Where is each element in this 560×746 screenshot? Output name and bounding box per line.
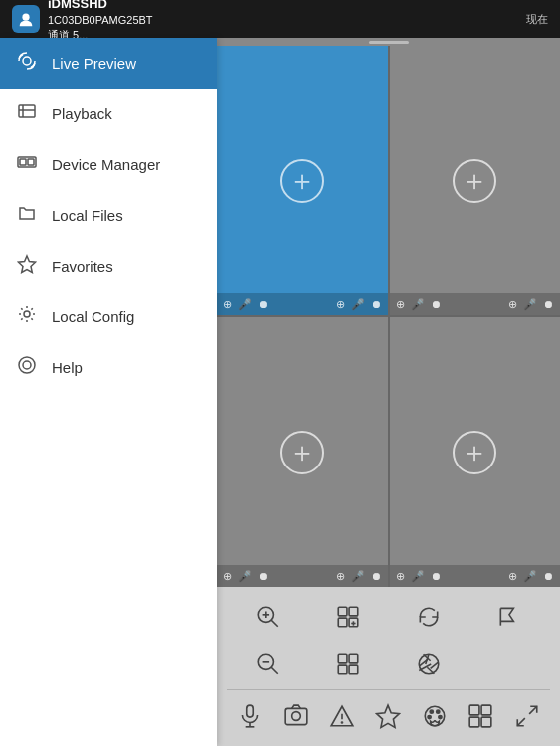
sidebar-item-local-config[interactable]: Local Config bbox=[0, 291, 217, 342]
mic-icon-r4[interactable]: 🎤 bbox=[523, 570, 537, 583]
svg-rect-52 bbox=[481, 717, 491, 727]
record-icon-r1[interactable]: ⏺ bbox=[371, 298, 382, 311]
cell-toolbar-right-1: ⊕ 🎤 ⏺ bbox=[336, 298, 382, 311]
record-icon-r2[interactable]: ⏺ bbox=[543, 298, 554, 311]
grid-layout-button[interactable] bbox=[462, 697, 499, 735]
top-handle bbox=[217, 38, 560, 46]
cell-toolbar-right-4: ⊕ 🎤 ⏺ bbox=[508, 570, 554, 583]
mic-icon-r2[interactable]: 🎤 bbox=[523, 298, 537, 311]
record-icon-4[interactable]: ⏺ bbox=[431, 570, 442, 582]
video-cell-4[interactable]: ＋ ⊕ 🎤 ⏺ ⊕ 🎤 ⏺ bbox=[390, 317, 561, 587]
help-icon bbox=[16, 355, 38, 380]
record-icon-3[interactable]: ⏺ bbox=[258, 570, 269, 582]
sidebar-item-label-help: Help bbox=[52, 359, 83, 376]
sidebar-item-device-manager[interactable]: Device Manager bbox=[0, 139, 217, 190]
zoom-icon-r3[interactable]: ⊕ bbox=[336, 570, 345, 583]
grid-edit-button[interactable] bbox=[329, 646, 367, 683]
cell-toolbar-right-3: ⊕ 🎤 ⏺ bbox=[336, 570, 382, 583]
svg-line-53 bbox=[529, 706, 537, 714]
zoom-icon-r1[interactable]: ⊕ bbox=[336, 298, 345, 311]
local-files-icon bbox=[16, 203, 38, 228]
mic-icon-4[interactable]: 🎤 bbox=[411, 570, 425, 583]
video-grid: ＋ ⊕ 🎤 ⏺ ⊕ 🎤 ⏺ ＋ ⊕ 🎤 ⏺ bbox=[217, 46, 560, 587]
svg-line-23 bbox=[270, 666, 277, 673]
aperture-button[interactable] bbox=[410, 646, 448, 683]
photo-button[interactable] bbox=[278, 697, 315, 735]
mic-button[interactable] bbox=[231, 697, 269, 735]
sidebar-item-label-live-preview: Live Preview bbox=[52, 55, 136, 72]
svg-point-11 bbox=[23, 361, 31, 369]
cell-toolbar-1: ⊕ 🎤 ⏺ ⊕ 🎤 ⏺ bbox=[217, 293, 388, 315]
mic-icon-r3[interactable]: 🎤 bbox=[351, 570, 365, 583]
svg-rect-18 bbox=[338, 618, 347, 627]
status-text: 现在 bbox=[526, 12, 548, 27]
add-channel-icon-4[interactable]: ＋ bbox=[453, 431, 496, 474]
star-button[interactable] bbox=[369, 697, 407, 735]
content-area: ＋ ⊕ 🎤 ⏺ ⊕ 🎤 ⏺ ＋ ⊕ 🎤 ⏺ bbox=[217, 38, 560, 746]
zoom-in-button[interactable] bbox=[249, 598, 286, 636]
add-channel-icon-1[interactable]: ＋ bbox=[280, 159, 324, 203]
zoom-out-button[interactable] bbox=[249, 646, 286, 683]
warning-button[interactable] bbox=[323, 697, 361, 735]
bottom-controls bbox=[217, 587, 560, 746]
mic-icon-2[interactable]: 🎤 bbox=[411, 298, 425, 311]
record-icon-r4[interactable]: ⏺ bbox=[543, 570, 554, 583]
svg-rect-28 bbox=[349, 665, 358, 674]
record-icon-2[interactable]: ⏺ bbox=[431, 298, 442, 310]
controls-row-1 bbox=[217, 593, 560, 641]
svg-line-13 bbox=[270, 620, 277, 627]
svg-rect-16 bbox=[338, 607, 347, 616]
svg-point-46 bbox=[437, 710, 440, 713]
svg-marker-43 bbox=[377, 705, 400, 727]
record-icon-1[interactable]: ⏺ bbox=[258, 298, 269, 310]
controls-row-3 bbox=[217, 692, 560, 740]
zoom-icon-r2[interactable]: ⊕ bbox=[508, 298, 517, 311]
svg-rect-26 bbox=[349, 654, 358, 663]
video-cell-3[interactable]: ＋ ⊕ 🎤 ⏺ ⊕ 🎤 ⏺ bbox=[217, 317, 388, 587]
cell-toolbar-3: ⊕ 🎤 ⏺ ⊕ 🎤 ⏺ bbox=[217, 565, 388, 587]
record-icon-r3[interactable]: ⏺ bbox=[371, 570, 382, 583]
svg-rect-27 bbox=[338, 665, 347, 674]
sidebar-item-local-files[interactable]: Local Files bbox=[0, 190, 217, 241]
sidebar-item-playback[interactable]: Playback bbox=[0, 89, 217, 139]
mic-icon-3[interactable]: 🎤 bbox=[238, 570, 252, 583]
svg-point-40 bbox=[291, 712, 300, 721]
sidebar-item-favorites[interactable]: Favorites bbox=[0, 241, 217, 291]
mic-icon-1[interactable]: 🎤 bbox=[238, 298, 252, 311]
video-cell-1[interactable]: ＋ ⊕ 🎤 ⏺ ⊕ 🎤 ⏺ bbox=[217, 46, 388, 315]
zoom-icon-3[interactable]: ⊕ bbox=[223, 570, 232, 583]
svg-rect-7 bbox=[28, 159, 34, 165]
svg-point-42 bbox=[342, 722, 343, 723]
app-info: iDMSSHD 1C03DB0PAMG25BT 通道 5... bbox=[12, 0, 153, 43]
add-channel-icon-3[interactable]: ＋ bbox=[280, 431, 324, 474]
svg-point-1 bbox=[23, 57, 31, 65]
cell-toolbar-2: ⊕ 🎤 ⏺ ⊕ 🎤 ⏺ bbox=[390, 293, 561, 315]
sidebar-item-help[interactable]: Help bbox=[0, 342, 217, 393]
cell-toolbar-right-2: ⊕ 🎤 ⏺ bbox=[508, 298, 554, 311]
zoom-icon-1[interactable]: ⊕ bbox=[223, 298, 232, 311]
svg-rect-36 bbox=[247, 705, 254, 717]
sidebar: Live Preview Playback Devi bbox=[0, 38, 217, 746]
device-id: 1C03DB0PAMG25BT bbox=[48, 13, 153, 28]
app-text: iDMSSHD 1C03DB0PAMG25BT 通道 5... bbox=[48, 0, 153, 43]
video-cell-2[interactable]: ＋ ⊕ 🎤 ⏺ ⊕ 🎤 ⏺ bbox=[390, 46, 561, 315]
flag-button[interactable] bbox=[490, 598, 528, 636]
refresh-button[interactable] bbox=[410, 598, 448, 636]
zoom-icon-r4[interactable]: ⊕ bbox=[508, 570, 517, 583]
add-channel-icon-2[interactable]: ＋ bbox=[453, 159, 496, 203]
zoom-icon-4[interactable]: ⊕ bbox=[396, 570, 405, 583]
zoom-icon-2[interactable]: ⊕ bbox=[396, 298, 405, 311]
palette-button[interactable] bbox=[416, 697, 454, 735]
empty-button bbox=[490, 646, 528, 683]
sidebar-item-live-preview[interactable]: Live Preview bbox=[0, 38, 217, 89]
sidebar-item-label-local-config: Local Config bbox=[52, 308, 134, 325]
grid-add-button[interactable] bbox=[329, 598, 367, 636]
mic-icon-r1[interactable]: 🎤 bbox=[351, 298, 365, 311]
playback-icon bbox=[16, 101, 38, 126]
svg-rect-17 bbox=[349, 607, 358, 616]
main-layout: Live Preview Playback Devi bbox=[0, 38, 560, 746]
sidebar-item-label-local-files: Local Files bbox=[52, 207, 123, 224]
expand-button[interactable] bbox=[508, 697, 546, 735]
svg-point-9 bbox=[24, 311, 30, 317]
sidebar-item-label-device-manager: Device Manager bbox=[52, 156, 160, 173]
